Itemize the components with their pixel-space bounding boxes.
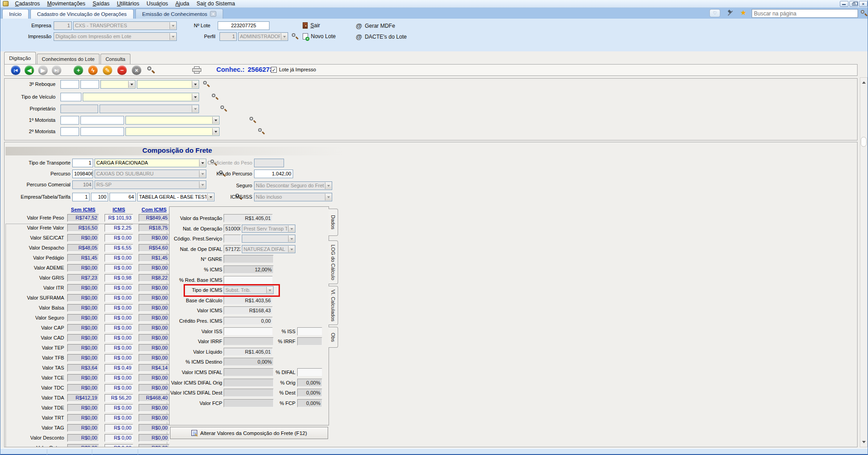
menu-item-movimentacoes[interactable]: Movimentações [44,0,89,7]
valor-tas-icms-field[interactable]: R$ 0,49 [105,364,133,372]
valor-outros-icms-field[interactable]: R$ 0,00 [105,444,133,447]
valor-tag-icms-field[interactable]: R$ 0,00 [105,424,133,432]
percurso-comercial-code-field[interactable]: 104 [72,180,93,189]
irrf-field[interactable] [297,337,322,345]
valor-ademe-sem-field[interactable]: R$0,00 [67,264,99,272]
tab-inicio[interactable]: Início [2,9,29,19]
tipo-veiculo-code-field[interactable] [60,93,81,101]
chevron-down-icon[interactable] [128,81,135,88]
codigo-prest-servico-combo[interactable] [242,235,295,243]
valor-tda-icms-field[interactable]: R$ 56,20 [105,394,133,402]
chevron-down-icon[interactable] [288,225,294,232]
valor-tfb-sem-field[interactable]: R$0,00 [67,354,99,362]
percurso-combo[interactable]: CAXIAS DO SUL/BAURU [95,170,206,178]
valor-outros-sem-field[interactable]: R$0,00 [67,444,99,447]
valor-trt-icms-field[interactable]: R$ 0,00 [105,414,133,422]
chevron-down-icon[interactable] [192,105,198,112]
star-icon[interactable]: ★ [740,9,746,17]
valor-seguro-icms-field[interactable]: R$ 0,00 [105,314,133,322]
valor-frete-peso-sem-field[interactable]: R$747,52 [67,214,99,222]
search-input[interactable] [752,9,858,18]
valor-suframa-sem-field[interactable]: R$0,00 [67,294,99,302]
valor-suframa-icms-field[interactable]: R$ 0,00 [105,294,133,302]
reboque3-code-field[interactable] [60,80,79,89]
valor-despacho-sem-field[interactable]: R$48,05 [67,244,99,252]
reboque3-combo-1[interactable] [100,80,135,89]
valor-balsa-icms-field[interactable]: R$ 0,00 [105,304,133,312]
chevron-down-icon[interactable] [212,128,219,135]
codigo-prest-servico-code-field[interactable] [224,235,241,243]
alterar-valores-button[interactable]: Alterar Valores da Composição do Frete (… [170,427,328,439]
sair-button[interactable]: Sair [303,22,320,29]
nav-prev-button[interactable]: ◀ [25,65,34,75]
express-button[interactable]: ϟ [88,65,98,75]
perfil-code-field[interactable]: 1 [219,32,237,41]
percurso-code-field[interactable]: 10984068 [72,170,93,178]
delete-button[interactable]: − [117,65,127,75]
iss-field[interactable] [297,327,322,335]
reboque3-plate-field[interactable] [80,80,99,89]
proprietario-combo[interactable] [100,105,199,113]
valor-tag-sem-field[interactable]: R$0,00 [67,424,99,432]
motorista2-search-icon[interactable] [258,128,265,135]
valor-tep-icms-field[interactable]: R$ 0,00 [105,344,133,352]
base-de-calculo-field[interactable]: R$1.403,56 [224,296,273,305]
subtab-digitacao[interactable]: Digitação [4,52,36,64]
reboque3-combo-2[interactable] [137,80,199,89]
valor-ademe-icms-field[interactable]: R$ 0,00 [105,264,133,272]
valor-gris-sem-field[interactable]: R$7,23 [67,274,99,282]
nav-first-button[interactable]: |◀ [11,65,20,75]
lote-field[interactable]: 223207725 [218,21,269,30]
record-search-icon[interactable] [147,66,155,74]
menu-item-utilitarios[interactable]: Utilitários [113,0,143,7]
dacte-button[interactable]: @ DACTE's do Lote [356,33,407,40]
chevron-down-icon[interactable] [325,182,331,189]
valor-icms-field[interactable]: R$168,43 [224,306,273,315]
chevron-down-icon[interactable] [325,194,331,200]
search-icon[interactable] [860,10,868,17]
proprietario-code-field[interactable] [60,105,98,113]
menu-item-ajuda[interactable]: Ajuda [172,0,193,7]
orig-field[interactable]: 0,00% [297,379,322,387]
chevron-down-icon[interactable] [281,33,287,40]
restore-button[interactable] [849,1,858,7]
nav-next-button[interactable]: ▶ [38,65,48,75]
valor-sec-cat-sem-field[interactable]: R$0,00 [67,234,99,242]
vertical-scrollbar[interactable] [860,77,868,447]
ett-tabela-field[interactable]: 100 [91,193,108,201]
gerar-mdfe-button[interactable]: @ Gerar MDFe [356,22,395,30]
side-tab-log-do-calculo[interactable]: LOG do Cálculo [329,240,338,284]
fcp-field[interactable]: 0,00% [297,399,322,407]
nat-de-operacao-combo[interactable]: Prest Serv Transp Tr [242,225,295,233]
valor-balsa-sem-field[interactable]: R$0,00 [67,304,99,312]
motorista1-doc-field[interactable] [80,116,124,125]
valor-frete-valor-icms-field[interactable]: R$ 2,25 [105,224,133,232]
valor-irrf-field[interactable] [224,337,274,345]
motorista1-code-field[interactable] [60,116,79,125]
valor-desconto-com-field[interactable]: R$0,00 [139,434,170,442]
side-tab-vl-calculados[interactable]: Vl. Calculados [329,286,338,325]
motorista1-search-icon[interactable] [249,116,256,124]
valor-liquido-field[interactable]: R$1.405,01 [224,348,273,356]
menu-item-usuarios[interactable]: Usuários [143,0,171,7]
valor-cap-sem-field[interactable]: R$0,00 [67,324,99,332]
n-gnre-field[interactable] [224,255,274,263]
valor-tag-com-field[interactable]: R$0,00 [139,424,170,432]
tipo-transporte-code-field[interactable]: 1 [72,159,93,167]
icms-iss-combo[interactable]: Não incluso [254,193,332,201]
tipo-veiculo-combo[interactable] [83,93,199,101]
valor-gris-icms-field[interactable]: R$ 0,98 [105,274,133,282]
valor-frete-peso-icms-field[interactable]: R$ 101,93 [105,214,133,222]
proprietario-search-icon[interactable] [220,105,227,112]
chevron-down-icon[interactable] [288,235,294,242]
valor-itr-sem-field[interactable]: R$0,00 [67,284,99,292]
menu-item-sair-do-sistema[interactable]: Sair do Sistema [193,0,239,7]
subtab-consulta[interactable]: Consulta [100,54,130,64]
nat-de-ope-difal-combo[interactable]: NATUREZA DIFAL [242,245,295,253]
red-base-icms-field[interactable] [224,276,273,284]
minimize-button[interactable] [840,1,848,7]
scroll-down-button[interactable] [861,440,867,446]
valor-frete-valor-sem-field[interactable]: R$16,50 [67,224,99,232]
lote-impresso-checkbox[interactable]: ✓ [271,67,277,73]
valor-tde-icms-field[interactable]: R$ 0,00 [105,404,133,412]
